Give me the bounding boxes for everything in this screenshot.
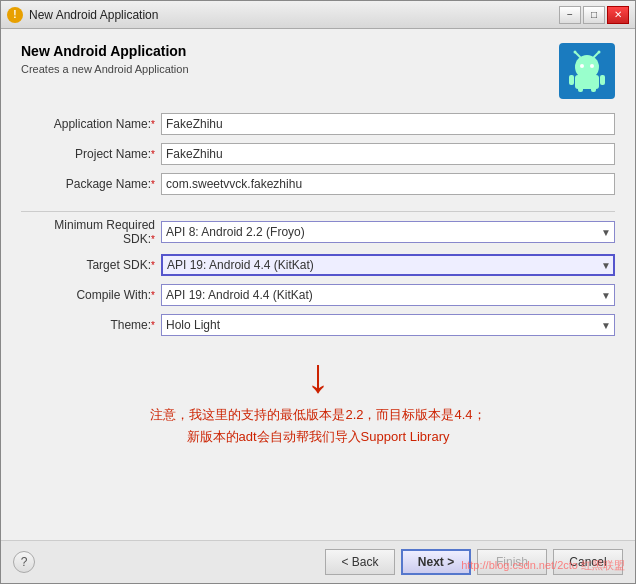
- main-window: ! New Android Application − □ ✕ New Andr…: [0, 0, 636, 584]
- down-arrow-icon: ↓: [306, 352, 330, 400]
- package-name-input[interactable]: [161, 173, 615, 195]
- footer-buttons: < Back Next > Finish Cancel: [325, 549, 623, 575]
- svg-point-4: [598, 51, 601, 54]
- annotation: 注意，我这里的支持的最低版本是2.2，而目标版本是4.4； 新版本的adt会自动…: [21, 404, 615, 448]
- theme-row: Theme:* Holo Light ▼: [21, 314, 615, 336]
- svg-rect-11: [600, 75, 605, 85]
- project-name-input[interactable]: [161, 143, 615, 165]
- min-sdk-wrapper: API 8: Android 2.2 (Froyo) ▼: [161, 221, 615, 243]
- footer-left: ?: [13, 551, 35, 573]
- android-logo: [559, 43, 615, 99]
- required-mark6: *: [151, 290, 155, 301]
- title-bar-left: ! New Android Application: [7, 7, 158, 23]
- app-name-input[interactable]: [161, 113, 615, 135]
- required-mark2: *: [151, 149, 155, 160]
- close-button[interactable]: ✕: [607, 6, 629, 24]
- required-mark: *: [151, 119, 155, 130]
- app-icon: !: [7, 7, 23, 23]
- compile-with-row: Compile With:* API 19: Android 4.4 (KitK…: [21, 284, 615, 306]
- header-text: New Android Application Creates a new An…: [21, 43, 189, 75]
- svg-line-3: [594, 53, 598, 57]
- theme-wrapper: Holo Light ▼: [161, 314, 615, 336]
- maximize-button[interactable]: □: [583, 6, 605, 24]
- arrow-section: ↓: [21, 352, 615, 400]
- help-button[interactable]: ?: [13, 551, 35, 573]
- back-button[interactable]: < Back: [325, 549, 395, 575]
- theme-select[interactable]: Holo Light: [161, 314, 615, 336]
- dialog-title: New Android Application: [21, 43, 189, 59]
- app-name-row: Application Name:*: [21, 113, 615, 135]
- min-sdk-select[interactable]: API 8: Android 2.2 (Froyo): [161, 221, 615, 243]
- min-sdk-label: Minimum Required SDK:*: [21, 218, 161, 246]
- app-name-label: Application Name:*: [21, 117, 161, 131]
- svg-rect-8: [578, 87, 583, 92]
- window-title: New Android Application: [29, 8, 158, 22]
- title-bar: ! New Android Application − □ ✕: [1, 1, 635, 29]
- target-sdk-wrapper: API 19: Android 4.4 (KitKat) ▼: [161, 254, 615, 276]
- finish-button[interactable]: Finish: [477, 549, 547, 575]
- svg-point-5: [580, 64, 584, 68]
- theme-label: Theme:*: [21, 318, 161, 332]
- min-sdk-row: Minimum Required SDK:* API 8: Android 2.…: [21, 218, 615, 246]
- svg-rect-10: [569, 75, 574, 85]
- window-controls: − □ ✕: [559, 6, 629, 24]
- header-section: New Android Application Creates a new An…: [21, 43, 615, 99]
- project-name-label: Project Name:*: [21, 147, 161, 161]
- package-name-row: Package Name:*: [21, 173, 615, 195]
- svg-rect-7: [575, 75, 599, 89]
- target-sdk-label: Target SDK:*: [21, 258, 161, 272]
- cancel-button[interactable]: Cancel: [553, 549, 623, 575]
- next-button[interactable]: Next >: [401, 549, 471, 575]
- project-name-row: Project Name:*: [21, 143, 615, 165]
- dialog-subtitle: Creates a new Android Application: [21, 63, 189, 75]
- target-sdk-select[interactable]: API 19: Android 4.4 (KitKat): [161, 254, 615, 276]
- sdk-section: Minimum Required SDK:* API 8: Android 2.…: [21, 218, 615, 336]
- svg-point-6: [590, 64, 594, 68]
- package-name-label: Package Name:*: [21, 177, 161, 191]
- svg-line-1: [576, 53, 580, 57]
- compile-with-wrapper: API 19: Android 4.4 (KitKat) ▼: [161, 284, 615, 306]
- compile-with-select[interactable]: API 19: Android 4.4 (KitKat): [161, 284, 615, 306]
- target-sdk-row: Target SDK:* API 19: Android 4.4 (KitKat…: [21, 254, 615, 276]
- compile-with-label: Compile With:*: [21, 288, 161, 302]
- required-mark5: *: [151, 260, 155, 271]
- separator1: [21, 211, 615, 212]
- svg-point-2: [574, 51, 577, 54]
- annotation-line1: 注意，我这里的支持的最低版本是2.2，而目标版本是4.4；: [21, 404, 615, 426]
- footer: ? < Back Next > Finish Cancel: [1, 540, 635, 583]
- required-mark4: *: [151, 234, 155, 245]
- svg-rect-9: [591, 87, 596, 92]
- required-mark7: *: [151, 320, 155, 331]
- required-mark3: *: [151, 179, 155, 190]
- annotation-line2: 新版本的adt会自动帮我们导入Support Library: [21, 426, 615, 448]
- minimize-button[interactable]: −: [559, 6, 581, 24]
- form-section: Application Name:* Project Name:* Packag…: [21, 113, 615, 195]
- dialog-content: New Android Application Creates a new An…: [1, 29, 635, 540]
